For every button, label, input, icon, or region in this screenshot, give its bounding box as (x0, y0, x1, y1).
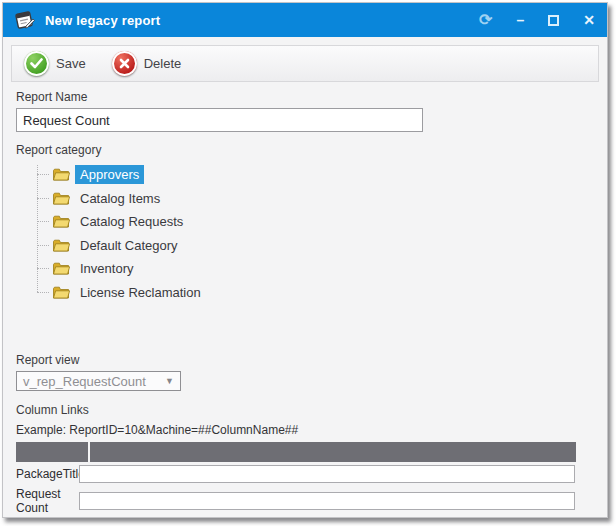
category-item-catalog-items[interactable]: Catalog Items (24, 187, 607, 211)
maximize-icon[interactable] (548, 15, 559, 26)
delete-button[interactable]: Delete (112, 51, 182, 76)
folder-icon (52, 167, 70, 182)
toolbar: Save Delete (11, 45, 599, 82)
column-link-row-request-count: Request Count (16, 487, 607, 515)
folder-icon (52, 261, 70, 276)
window-controls: ⟳ – ✕ (479, 13, 595, 27)
category-label: Inventory (75, 259, 138, 278)
report-view-value: v_rep_RequestCount (23, 374, 146, 389)
report-category-label: Report category (16, 143, 607, 157)
folder-icon (52, 285, 70, 300)
folder-icon (52, 238, 70, 253)
folder-icon (52, 191, 70, 206)
save-check-icon (24, 51, 49, 76)
report-view-label: Report view (16, 353, 607, 367)
category-label: Catalog Requests (75, 212, 188, 231)
dialog-window: New legacy report ⟳ – ✕ Save Delete Repo… (2, 2, 608, 518)
column-links-example: Example: ReportID=10&Machine=##ColumnNam… (16, 423, 607, 437)
column-link-row-packagetitle: PackageTitle (16, 465, 607, 483)
tree-connector (37, 221, 49, 222)
column-link-label: PackageTitle (16, 467, 79, 481)
minimize-icon[interactable]: – (516, 13, 524, 27)
category-label: Default Category (75, 236, 183, 255)
packagetitle-input[interactable] (79, 465, 575, 483)
category-item-catalog-requests[interactable]: Catalog Requests (24, 210, 607, 234)
column-links-label: Column Links (16, 403, 607, 417)
title-bar: New legacy report ⟳ – ✕ (3, 3, 607, 37)
column-link-label: Request Count (16, 487, 79, 515)
category-item-approvers[interactable]: Approvers (24, 163, 607, 187)
tree-connector (37, 245, 49, 246)
tree-connector (37, 198, 49, 199)
category-item-default-category[interactable]: Default Category (24, 234, 607, 258)
report-note-icon (13, 10, 35, 30)
category-label: License Reclamation (75, 283, 206, 302)
window-title: New legacy report (45, 13, 479, 28)
category-item-license-reclamation[interactable]: License Reclamation (24, 281, 607, 305)
category-label: Catalog Items (75, 189, 165, 208)
chevron-down-icon: ▼ (165, 376, 174, 386)
save-button[interactable]: Save (24, 51, 86, 76)
delete-x-icon (112, 51, 137, 76)
header-cell-value (90, 442, 576, 462)
category-tree: Approvers Catalog Items (24, 163, 607, 306)
delete-label: Delete (144, 56, 182, 71)
tree-connector (37, 174, 49, 175)
save-label: Save (56, 56, 86, 71)
tree-connector (37, 268, 49, 269)
column-links-header (16, 442, 607, 462)
close-icon[interactable]: ✕ (583, 13, 595, 27)
dialog-content: Report Name Report category Approvers (3, 82, 607, 515)
header-cell-name (16, 442, 88, 462)
tree-connector (37, 292, 49, 293)
report-name-input[interactable] (16, 108, 423, 132)
category-label: Approvers (75, 165, 144, 184)
category-item-inventory[interactable]: Inventory (24, 257, 607, 281)
refresh-icon[interactable]: ⟳ (479, 13, 492, 27)
folder-icon (52, 214, 70, 229)
report-view-dropdown[interactable]: v_rep_RequestCount ▼ (16, 371, 181, 391)
request-count-input[interactable] (79, 492, 575, 510)
report-name-label: Report Name (16, 90, 607, 104)
